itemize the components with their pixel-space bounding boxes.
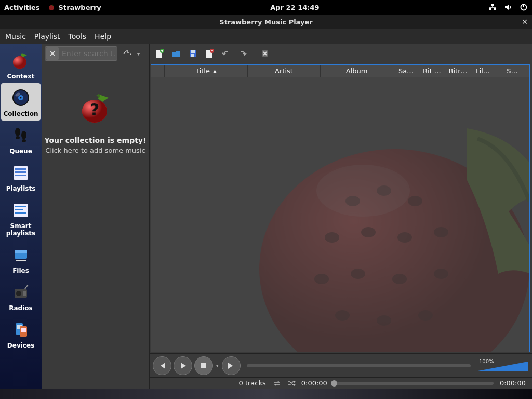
dropdown-caret-icon[interactable]: ▾ [137,51,140,57]
elapsed-time: 0:00:00 [301,379,327,387]
svg-rect-19 [15,171,26,173]
svg-rect-2 [489,8,491,10]
sidebar-item-radios[interactable]: Radios [1,277,41,315]
sidebar-item-queue[interactable]: Queue [1,121,41,158]
remove-playlist-button[interactable] [203,47,216,60]
svg-rect-23 [15,209,23,210]
toolbar-separator [254,47,254,60]
clear-search-button[interactable] [46,47,59,60]
power-icon[interactable] [520,3,528,11]
empty-message-bold: Your collection is empty! [45,136,147,144]
svg-rect-63 [201,363,206,368]
previous-button[interactable] [153,356,171,375]
column-title[interactable]: Title▲ [165,65,248,77]
status-bar: 0 tracks 0:00:00 0:00:00 [150,377,532,389]
svg-point-58 [434,269,448,279]
network-icon[interactable] [488,3,497,11]
column-filename[interactable]: Fil… [471,65,495,77]
sidebar-item-context[interactable]: Context [1,46,41,83]
sidebar-label-smart2: playlists [6,230,36,237]
svg-rect-26 [15,250,27,253]
empty-collection-area[interactable]: ? Your collection is empty! Click here t… [42,63,149,389]
playlist-view[interactable]: Title▲ Artist Album Sa… Bit … Bitr… Fil…… [151,64,530,352]
next-button[interactable] [222,356,241,375]
svg-point-54 [434,227,448,237]
svg-point-62 [316,165,410,217]
window-close-button[interactable]: ✕ [522,18,528,26]
track-count: 0 tracks [238,379,265,387]
sidebar-label-context: Context [7,73,35,80]
column-source[interactable]: S… [495,65,529,77]
sidebar-item-playlists[interactable]: Playlists [1,158,41,195]
menu-tools[interactable]: Tools [69,32,87,41]
column-bitdepth[interactable]: Bit … [419,65,445,77]
column-bitrate[interactable]: Bitr… [445,65,471,77]
column-play-indicator[interactable] [151,65,165,77]
menubar: Music Playlist Tools Help [0,29,532,44]
volume-icon[interactable] [504,3,512,11]
svg-point-57 [392,274,407,284]
svg-point-16 [22,139,26,142]
undo-button[interactable] [219,47,233,60]
playlist-toolrow [150,44,532,63]
desktop-background-sliver [0,389,532,399]
collection-pane: ▾ ? Your collection is empty! Click here… [42,44,150,389]
svg-point-29 [16,291,21,296]
search-input[interactable] [60,49,117,58]
svg-point-48 [345,196,360,206]
clock[interactable]: Apr 22 14:49 [270,4,319,11]
radio-icon [9,281,32,303]
sidebar-item-files[interactable]: Files [1,240,41,277]
sidebar-label-devices: Devices [7,342,34,349]
sidebar-item-devices[interactable]: Devices [1,315,41,352]
playback-bar: ▾ 100% [150,353,532,377]
svg-rect-43 [191,54,194,57]
svg-rect-3 [494,8,496,10]
stop-button[interactable] [194,356,213,375]
activities-button[interactable]: Activities [4,4,40,11]
sidebar-label-collection: Collection [3,110,38,117]
column-album[interactable]: Album [321,65,393,77]
center-area: Title▲ Artist Album Sa… Bit … Bitr… Fil…… [150,44,532,389]
smart-playlist-icon [9,198,32,221]
column-samplerate[interactable]: Sa… [393,65,419,77]
close-tab-button[interactable] [258,47,272,60]
devices-icon [9,318,32,341]
position-slider[interactable] [332,382,494,385]
svg-rect-35 [21,328,26,332]
svg-point-51 [325,232,339,243]
strawberry-background-art [238,97,530,352]
new-playlist-button[interactable] [153,47,166,60]
redo-button[interactable] [236,47,249,60]
window-title: Strawberry Music Player [219,18,312,26]
column-artist[interactable]: Artist [248,65,321,77]
open-playlist-button[interactable] [169,47,183,60]
save-playlist-button[interactable] [186,47,200,60]
seek-bar[interactable] [247,364,471,367]
svg-line-31 [25,285,28,289]
strawberry-question-icon: ? [77,89,114,126]
menu-music[interactable]: Music [5,32,26,41]
svg-point-56 [351,269,365,279]
column-headers: Title▲ Artist Album Sa… Bit … Bitr… Fil…… [151,65,529,77]
sidebar-item-smart-playlists[interactable]: Smart playlists [1,195,41,240]
svg-rect-22 [15,206,26,207]
menu-help[interactable]: Help [95,32,111,41]
current-app-name[interactable]: Strawberry [59,4,101,11]
menu-playlist[interactable]: Playlist [34,32,60,41]
sidebar-item-collection[interactable]: Collection [1,83,41,121]
sidebar-rail: Context Collection Queue Playlists Smart [0,44,42,389]
volume-slider[interactable]: 100% [477,360,529,372]
svg-point-13 [15,128,20,136]
shuffle-button[interactable] [287,380,296,387]
sidebar-label-files: Files [12,267,29,274]
sidebar-label-smart1: Smart [10,222,32,230]
svg-point-53 [397,232,412,243]
svg-rect-5 [523,4,524,7]
repeat-button[interactable] [272,380,282,387]
play-button[interactable] [174,356,192,375]
svg-point-14 [16,136,20,139]
search-options-button[interactable] [121,47,134,60]
stop-menu-caret-icon[interactable]: ▾ [216,363,219,368]
sort-asc-icon: ▲ [213,69,217,74]
